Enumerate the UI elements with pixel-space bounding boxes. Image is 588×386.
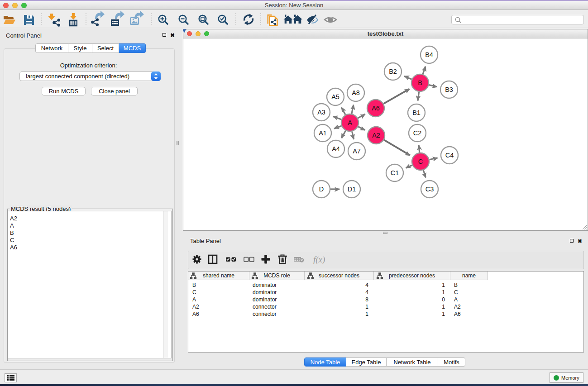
- svg-text:C3: C3: [425, 186, 434, 193]
- svg-text:A4: A4: [332, 145, 340, 152]
- svg-text:B3: B3: [445, 86, 453, 93]
- svg-text:B2: B2: [389, 68, 397, 75]
- svg-text:A8: A8: [352, 89, 360, 96]
- svg-text:B: B: [418, 79, 422, 86]
- svg-text:A6: A6: [372, 105, 380, 112]
- svg-text:A5: A5: [331, 93, 339, 100]
- svg-text:C4: C4: [445, 152, 454, 159]
- svg-text:f(x): f(x): [313, 255, 325, 265]
- svg-text:C: C: [418, 158, 423, 165]
- svg-text:A: A: [348, 119, 352, 126]
- svg-text:D1: D1: [348, 186, 356, 193]
- svg-text:A7: A7: [353, 148, 361, 155]
- svg-text:D: D: [319, 186, 324, 193]
- svg-text:B4: B4: [425, 51, 433, 58]
- svg-text:A1: A1: [319, 129, 327, 137]
- svg-text:A2: A2: [372, 132, 380, 139]
- svg-text:A3: A3: [317, 109, 325, 116]
- svg-text:C2: C2: [413, 129, 422, 137]
- svg-text:C1: C1: [391, 169, 399, 176]
- svg-text:B1: B1: [412, 109, 421, 116]
